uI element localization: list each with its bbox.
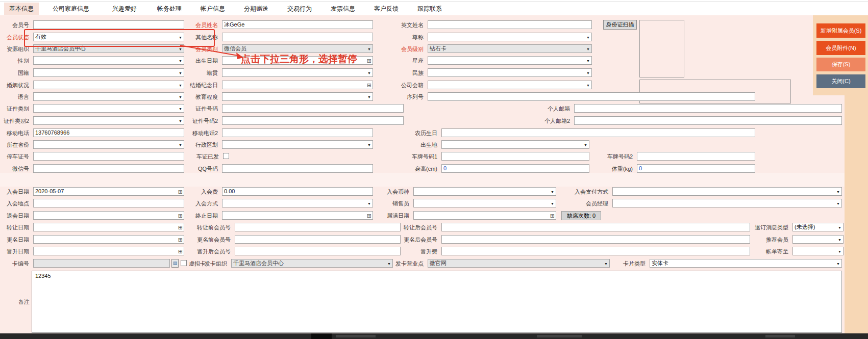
english-name-label: 英文姓名 xyxy=(337,21,424,30)
dropdown-arrow-icon[interactable]: ▼ xyxy=(586,71,590,75)
language-label: 语言 xyxy=(0,93,29,101)
dropdown-arrow-icon[interactable]: ▼ xyxy=(836,262,840,266)
tab-basic-info[interactable]: 基本信息 xyxy=(4,3,39,15)
referrer-member-label: 推荐会员 xyxy=(702,236,788,244)
taskbar-segment xyxy=(311,333,332,339)
dropdown-arrow-icon[interactable]: ▼ xyxy=(586,36,590,39)
tab-transaction-behavior[interactable]: 交易行为 xyxy=(282,3,317,15)
member-attachment-button[interactable]: 会员附件(N) xyxy=(816,41,865,55)
promote-date-label: 晋升日期 xyxy=(0,247,29,256)
taskbar-item xyxy=(336,335,376,337)
join-fee-label: 入会费 xyxy=(131,188,218,196)
cert-no2-label: 证件号码2 xyxy=(131,117,218,125)
card-type[interactable]: 实体卡▼ xyxy=(650,259,842,268)
gender-label: 性别 xyxy=(0,57,29,65)
dropdown-arrow-icon[interactable]: ▼ xyxy=(584,143,587,147)
card-type-value: 实体卡 xyxy=(652,260,668,266)
member-manager[interactable]: ▼ xyxy=(612,199,842,207)
tab-account-info[interactable]: 帐户信息 xyxy=(195,3,230,15)
promote-fee-label: 晋升费 xyxy=(351,247,437,256)
save-button[interactable]: 保存(S) xyxy=(816,58,865,71)
close-button[interactable]: 关闭(C) xyxy=(816,74,865,88)
weight[interactable]: 0 xyxy=(637,164,755,173)
dropdown-arrow-icon[interactable]: ▼ xyxy=(836,202,840,205)
taskbar xyxy=(0,333,868,339)
card-no-label: 卡编号 xyxy=(0,259,29,268)
personal-email2-label: 个人邮箱2 xyxy=(483,117,570,125)
serial-no[interactable] xyxy=(428,92,755,101)
taskbar-item xyxy=(765,335,795,337)
member-manager-label: 会员经理 xyxy=(522,199,608,208)
dropdown-arrow-icon[interactable]: ▼ xyxy=(586,59,590,63)
member-name-label: 会员姓名 xyxy=(131,21,218,30)
member-no-label: 会员号 xyxy=(0,21,29,30)
dropdown-arrow-icon[interactable]: ▼ xyxy=(838,226,841,229)
birthplace[interactable]: ▼ xyxy=(441,140,589,149)
taskbar-item xyxy=(537,335,582,337)
expiry-date[interactable]: ⊞ xyxy=(413,211,556,220)
unsubscribe-type-label: 退订消息类型 xyxy=(702,223,788,232)
plate-no2[interactable] xyxy=(637,152,755,161)
transfer-date-label: 转让日期 xyxy=(0,223,29,232)
mobile2-label: 移动电话2 xyxy=(131,129,218,138)
native-place-label: 籍贯 xyxy=(131,69,218,77)
member-status-label: 会员状态 xyxy=(0,33,29,42)
personal-email[interactable] xyxy=(574,104,842,113)
company-membership[interactable]: ▼ xyxy=(428,81,592,89)
dropdown-arrow-icon[interactable]: ▼ xyxy=(586,84,590,87)
parking-cert-no-label: 停车证号 xyxy=(0,152,29,161)
card-org-value: 千里马酒店会员中心 xyxy=(233,260,284,266)
photo-box xyxy=(639,20,684,77)
marital-status-label: 婚姻状况 xyxy=(0,81,29,90)
remark-textarea[interactable]: 12345 xyxy=(32,271,842,333)
window-top-divider xyxy=(0,2,868,2)
tab-bar: 基本信息公司家庭信息兴趣爱好帐务处理帐户信息分期赠送交易行为发票信息客户反馈跟踪… xyxy=(0,0,868,15)
tab-installment-gift[interactable]: 分期赠送 xyxy=(239,3,274,15)
constellation[interactable]: ▼ xyxy=(428,56,592,65)
member-category-value: 微信会员 xyxy=(224,45,246,51)
join-date-label: 入会日期 xyxy=(0,188,29,196)
cert-no[interactable] xyxy=(222,104,404,113)
birth-date-label: 出生日期 xyxy=(131,57,218,65)
join-date-value: 2020-05-07 xyxy=(35,188,64,194)
join-method-label: 入会方式 xyxy=(131,199,218,208)
honorific-label: 尊称 xyxy=(337,33,424,42)
absent-count-badge[interactable]: 缺席次数: 0 xyxy=(561,211,601,220)
province-label: 所在省份 xyxy=(0,141,29,149)
honorific[interactable]: ▼ xyxy=(428,33,592,41)
education-label: 教育程度 xyxy=(131,93,218,101)
ethnicity[interactable]: ▼ xyxy=(428,68,592,77)
dropdown-arrow-icon[interactable]: ▼ xyxy=(836,190,840,194)
member-name-value: 冰GeGe xyxy=(224,21,244,28)
tab-customer-feedback[interactable]: 客户反馈 xyxy=(369,3,404,15)
height-label: 身高(cm) xyxy=(351,165,437,173)
english-name[interactable] xyxy=(428,20,592,29)
referrer-member[interactable]: ▼ xyxy=(792,235,844,244)
personal-email2[interactable] xyxy=(574,116,842,125)
tab-hobbies[interactable]: 兴趣爱好 xyxy=(107,3,142,15)
bill-to[interactable]: ▼ xyxy=(792,247,844,255)
calendar-icon[interactable]: ⊞ xyxy=(550,212,555,219)
lunar-birthday[interactable] xyxy=(441,128,755,137)
unsubscribe-type[interactable]: (未选择)▼ xyxy=(792,223,844,231)
tab-invoice-info[interactable]: 发票信息 xyxy=(326,3,360,15)
member-basic-info-screen: 基本信息公司家庭信息兴趣爱好帐务处理帐户信息分期赠送交易行为发票信息客户反馈跟踪… xyxy=(0,0,868,339)
idcard-scan-button[interactable]: 身份证扫描 xyxy=(603,20,637,30)
promote-after-no-label: 晋升后会员号 xyxy=(144,247,231,256)
end-date-label: 终止日期 xyxy=(131,212,218,220)
add-affiliate-member-button[interactable]: 新增附属会员(S) xyxy=(816,23,865,38)
cert-type-label: 证件类别 xyxy=(0,105,29,113)
dropdown-arrow-icon[interactable]: ▼ xyxy=(838,238,841,242)
car-cert-issued[interactable] xyxy=(223,153,229,159)
member-level[interactable]: 钻石卡▼ xyxy=(428,44,592,53)
join-payment[interactable]: ▼ xyxy=(612,187,842,196)
tab-follow-up-contact[interactable]: 跟踪联系 xyxy=(412,3,447,15)
tab-company-family-info[interactable]: 公司家庭信息 xyxy=(47,3,94,15)
join-currency-label: 入会币种 xyxy=(323,188,409,196)
cert-no2[interactable] xyxy=(222,116,404,125)
dropdown-arrow-icon[interactable]: ▼ xyxy=(586,47,590,51)
dropdown-arrow-icon[interactable]: ▼ xyxy=(838,250,841,253)
wechat-label: 微信号 xyxy=(0,165,29,173)
admin-region-label: 行政区划 xyxy=(131,141,218,149)
tab-billing-processing[interactable]: 帐务处理 xyxy=(152,3,187,15)
